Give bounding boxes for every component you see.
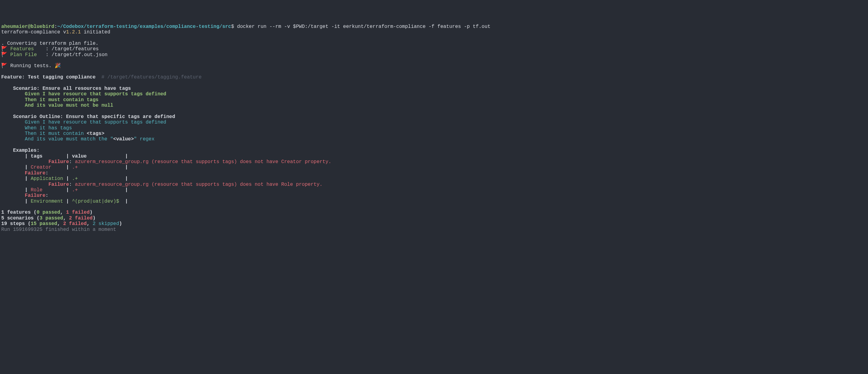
table-pipe: | — [119, 199, 128, 204]
prompt-user-host: aheumaier@bluebird — [1, 24, 54, 29]
summary-scenarios-passed: 3 passed — [40, 215, 63, 221]
summary-scenarios-suffix: ) — [93, 215, 96, 221]
flag-icon: 🚩 — [1, 63, 7, 69]
failure-label: Failure — [25, 193, 45, 198]
table-cell-value: .+ — [72, 187, 78, 193]
summary-features-prefix: 1 features ( — [1, 210, 36, 215]
summary-features-line: 1 features (0 passed, 1 failed) — [1, 210, 93, 215]
prompt-line: aheumaier@bluebird:~/Codebox/terraform-t… — [1, 24, 491, 29]
prompt-dollar: $ — [231, 24, 234, 29]
then-placeholder: <tags> — [87, 131, 104, 136]
flag-icon: 🚩 — [1, 46, 7, 52]
table-header-tags: tags — [31, 154, 42, 159]
features-label: Features — [7, 46, 46, 52]
converting-line: . Converting terraform plan file. — [1, 41, 98, 46]
planfile-path-line: 🚩 Plan File : /target/tf.out.json — [1, 52, 107, 58]
table-cell-tag: Environment — [31, 199, 63, 204]
failure-line: Failure: — [1, 193, 49, 198]
summary-features-failed: 1 failed — [66, 210, 90, 215]
planfile-value: /target/tf.out.json — [49, 52, 107, 58]
table-cell-tag: Role — [31, 187, 42, 193]
planfile-label: Plan File — [7, 52, 46, 58]
failure-indent — [1, 193, 25, 198]
run-end-line: Run 1591699325 finished within a moment — [1, 227, 116, 232]
then-prefix: Then it must contain — [1, 131, 87, 136]
features-colon: : — [46, 46, 49, 52]
table-cell-tag: Creator — [31, 165, 51, 170]
table-row: | Environment | ^(prod|uat|dev)$ | — [1, 199, 128, 204]
feature-header-line: Feature: Test tagging compliance # /targ… — [1, 74, 202, 80]
table-pipe: | — [1, 165, 31, 170]
failure-message: azurerm_resource_group.rg (resource that… — [75, 159, 331, 165]
initiated-line: terraform-compliance v1.2.1 initiated — [1, 29, 110, 35]
initiated-suffix: initiated — [81, 29, 110, 35]
flag-icon: 🚩 — [1, 52, 7, 58]
outline-step-given: Given I have resource that supports tags… — [1, 120, 166, 125]
table-header-value: value — [72, 154, 87, 159]
command-text: docker run --rm -v $PWD:/target -it eerk… — [234, 24, 491, 29]
running-tests-line: 🚩 Running tests. 🎉 — [1, 63, 61, 69]
failure-label: Failure — [25, 170, 45, 176]
failure-colon: : — [69, 182, 75, 187]
failure-line: Failure: — [1, 170, 49, 176]
summary-steps-passed: 15 passed — [31, 221, 57, 227]
summary-features-suffix: ) — [90, 210, 93, 215]
planfile-colon: : — [46, 52, 49, 58]
summary-steps-prefix: 19 steps ( — [1, 221, 31, 227]
terminal-output: aheumaier@bluebird:~/Codebox/terraform-t… — [1, 24, 867, 232]
failure-indent — [1, 170, 25, 176]
failure-line: Failure: azurerm_resource_group.rg (reso… — [1, 182, 322, 187]
summary-sep: , — [60, 210, 66, 215]
party-icon: 🎉 — [55, 63, 61, 69]
table-pipe: | — [87, 154, 128, 159]
failure-colon: : — [45, 193, 49, 198]
failure-colon: : — [45, 170, 49, 176]
table-pipe: | — [1, 187, 31, 193]
table-row: | Role | .+ | — [1, 187, 128, 193]
outline-step-and: And its value must match the "<value>" r… — [1, 136, 154, 142]
features-path-line: 🚩 Features : /target/features — [1, 46, 99, 52]
summary-steps-failed: 2 failed — [63, 221, 87, 227]
summary-steps-skipped: 2 skipped — [93, 221, 119, 227]
table-cell-value: .+ — [72, 165, 78, 170]
table-pipe: | — [63, 199, 72, 204]
failure-colon: : — [69, 159, 75, 165]
table-pipe: | — [42, 187, 72, 193]
outline-step-when: When it has tags — [1, 125, 72, 131]
prompt-path: ~/Codebox/terraform-testing/examples/com… — [57, 24, 231, 29]
table-pipe: | — [63, 176, 72, 181]
summary-features-passed: 0 passed — [36, 210, 60, 215]
table-pipe: | — [1, 154, 31, 159]
and-prefix: And its value must match the " — [1, 136, 113, 142]
running-text: Running tests. — [7, 63, 55, 69]
table-cell-tag: Application — [31, 176, 63, 181]
failure-line: Failure: azurerm_resource_group.rg (reso… — [1, 159, 331, 165]
feature-path: /target/features/tagging.feature — [107, 74, 202, 80]
scenario-outline-title: Scenario Outline: Ensure that specific t… — [1, 114, 175, 120]
table-row: | Application | .+ | — [1, 176, 128, 181]
table-header-row: | tags | value | — [1, 154, 128, 159]
table-pipe: | — [78, 187, 128, 193]
summary-scenarios-line: 5 scenarios (3 passed, 2 failed) — [1, 215, 95, 221]
summary-steps-suffix: ) — [119, 221, 122, 227]
and-placeholder: <value> — [113, 136, 134, 142]
table-pipe: | — [78, 176, 128, 181]
table-cell-value: ^(prod|uat|dev)$ — [72, 199, 119, 204]
table-cell-value: .+ — [72, 176, 78, 181]
failure-label: Failure — [49, 159, 69, 165]
feature-title: Feature: Test tagging compliance — [1, 74, 101, 80]
feature-hash: # — [101, 74, 107, 80]
failure-message: azurerm_resource_group.rg (resource that… — [75, 182, 322, 187]
examples-header: Examples: — [1, 148, 40, 153]
features-value: /target/features — [49, 46, 98, 52]
table-row: | Creator | .+ | — [1, 165, 128, 170]
summary-sep: , — [87, 221, 92, 227]
initiated-prefix: terraform-compliance v — [1, 29, 66, 35]
table-pipe: | — [1, 176, 31, 181]
scenario-step-and: And its value must not be null — [1, 103, 113, 108]
summary-sep: , — [57, 221, 63, 227]
outline-step-then: Then it must contain <tags> — [1, 131, 104, 136]
table-pipe: | — [42, 154, 72, 159]
and-suffix: " regex — [134, 136, 154, 142]
summary-scenarios-failed: 2 failed — [69, 215, 93, 221]
